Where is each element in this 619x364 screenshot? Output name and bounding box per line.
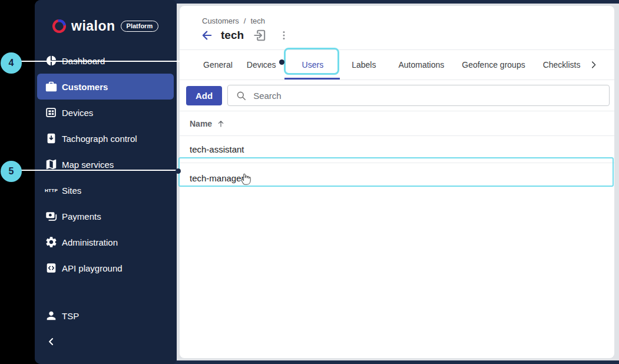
api-code-icon [44, 261, 58, 275]
platform-badge: Platform [121, 21, 159, 32]
breadcrumb-customers[interactable]: Customers [202, 16, 239, 25]
sidebar-item-label: Customers [62, 82, 108, 92]
devices-grid-icon [44, 105, 58, 120]
title-row: tech [180, 26, 614, 45]
sidebar-item-map-services[interactable]: Map services [37, 151, 174, 177]
sidebar: wialon Platform Dashboard Custom [35, 0, 177, 364]
sidebar-item-label: Map services [62, 160, 114, 170]
briefcase-icon [44, 80, 58, 94]
search-box [227, 85, 610, 106]
sidebar-item-tsp[interactable]: TSP [37, 303, 174, 329]
annotation-dot-5 [176, 168, 181, 174]
back-arrow-icon [200, 28, 214, 42]
chevron-right-icon [588, 59, 599, 70]
tab-geofence-groups[interactable]: Geofence groups [462, 50, 525, 80]
sidebar-item-label: Sites [62, 186, 81, 196]
wialon-logo-icon [51, 18, 67, 34]
sidebar-item-payments[interactable]: Payments [37, 203, 174, 229]
http-icon: HTTP [44, 183, 58, 197]
logo: wialon Platform [35, 0, 177, 37]
sidebar-collapse-button[interactable] [37, 329, 174, 355]
search-icon [236, 90, 247, 101]
table-header[interactable]: Name [180, 111, 614, 136]
tachograph-download-icon [44, 131, 58, 145]
breadcrumb-tech[interactable]: tech [250, 16, 265, 25]
column-name-label: Name [190, 119, 212, 128]
sidebar-item-label: Tachograph control [62, 134, 137, 144]
back-button[interactable] [200, 28, 214, 42]
sidebar-item-customers[interactable]: Customers [37, 74, 174, 100]
sidebar-item-administration[interactable]: Administration [37, 229, 174, 255]
sidebar-item-label: Payments [62, 211, 101, 221]
sidebar-footer: TSP [35, 303, 177, 355]
tabs-overflow-button[interactable] [588, 59, 599, 70]
tab-labels[interactable]: Labels [352, 50, 376, 80]
tabs: General Devices Users Labels Automations… [180, 50, 614, 80]
sidebar-item-api-playground[interactable]: API playground [37, 255, 174, 281]
breadcrumb: Customers / tech [180, 6, 614, 26]
login-as-button[interactable] [252, 28, 267, 43]
sort-ascending-icon [216, 119, 226, 128]
annotation-badge-4: 4 [1, 52, 22, 74]
annotation-highlight-users-tab [284, 48, 339, 75]
payments-card-icon [44, 209, 58, 223]
tab-automations[interactable]: Automations [398, 50, 444, 80]
login-icon [252, 28, 267, 43]
sidebar-item-tachograph[interactable]: Tachograph control [37, 125, 174, 151]
more-menu-button[interactable] [278, 29, 290, 41]
annotation-line-5 [11, 170, 177, 171]
brand-name: wialon [71, 19, 115, 33]
tab-checklists[interactable]: Checklists [543, 50, 581, 80]
add-button[interactable]: Add [186, 86, 222, 105]
tab-general[interactable]: General [203, 50, 233, 80]
annotation-line-4 [11, 61, 280, 62]
toolbar: Add [180, 80, 614, 111]
kebab-menu-icon [278, 29, 290, 41]
sidebar-item-label: API playground [62, 263, 123, 273]
chevron-left-icon [44, 335, 58, 349]
sidebar-item-devices[interactable]: Devices [37, 100, 174, 125]
annotation-dot-4 [279, 59, 284, 65]
sidebar-nav: Dashboard Customers [35, 48, 177, 281]
gear-icon [44, 235, 58, 249]
sidebar-item-label: Devices [62, 108, 93, 118]
page-title: tech [221, 29, 244, 42]
annotation-badge-5: 5 [1, 161, 22, 182]
hand-cursor-icon [240, 171, 253, 186]
sidebar-item-sites[interactable]: HTTP Sites [37, 177, 174, 203]
person-icon [44, 309, 58, 323]
sidebar-item-label: TSP [62, 311, 79, 321]
sidebar-item-label: Administration [62, 237, 118, 247]
user-name: tech-assistant [190, 144, 244, 154]
tab-devices[interactable]: Devices [247, 50, 276, 80]
search-input[interactable] [253, 91, 609, 101]
breadcrumb-separator: / [244, 16, 246, 25]
